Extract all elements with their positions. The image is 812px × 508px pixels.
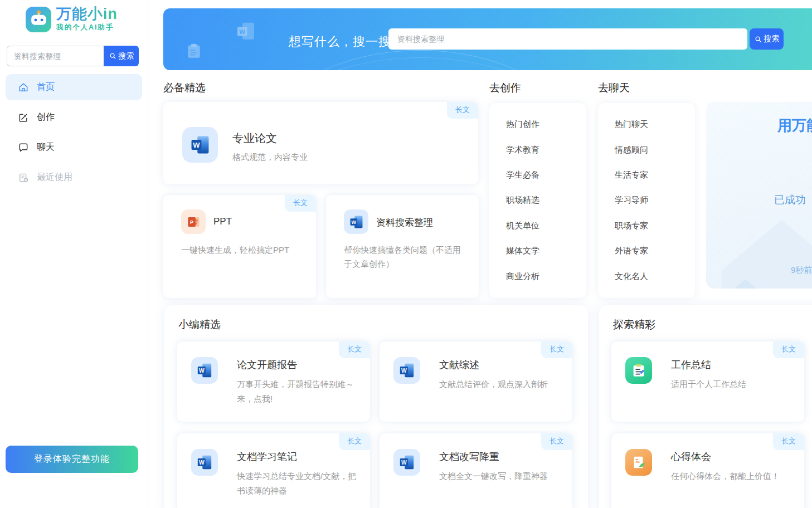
card-description: 万事开头难，开题报告特别难～来，点我! — [237, 377, 364, 406]
card-literature-review[interactable]: 长文 W 文献综述 文献总结评价，观点深入剖析 — [380, 341, 572, 422]
chat-icon — [18, 142, 29, 153]
chat-category-item[interactable]: 热门聊天 — [615, 119, 695, 130]
promo-shape-decoration — [722, 220, 812, 289]
create-category-item[interactable]: 职场精选 — [506, 195, 586, 206]
promo-headline: 用万能 — [777, 116, 812, 135]
ppt-icon: P — [181, 209, 206, 234]
login-button[interactable]: 登录体验完整功能 — [6, 446, 138, 473]
card-title: 论文开题报告 — [237, 358, 297, 372]
card-work-summary[interactable]: 长文 工作总结 适用于个人工作总结 — [611, 341, 804, 422]
card-research-lookup[interactable]: W 资料搜索整理 帮你快速搞懂各类问题（不适用于文章创作） — [326, 195, 479, 298]
chat-category-list: 热门聊天 情感顾问 生活专家 学习导师 职场专家 外语专家 文化名人 — [598, 103, 695, 298]
chat-category-item[interactable]: 情感顾问 — [615, 145, 695, 155]
search-icon — [109, 52, 117, 60]
essentials-heading: 必备精选 — [163, 81, 206, 95]
long-article-badge: 长文 — [447, 102, 478, 119]
go-create-heading: 去创作 — [489, 81, 521, 95]
card-title: PPT — [213, 216, 232, 227]
sidebar-search-button[interactable]: 搜索 — [104, 46, 139, 66]
card-professional-paper[interactable]: 长文 W 专业论文 格式规范，内容专业 — [163, 102, 478, 184]
banner-title: 想写什么，搜一搜 — [289, 33, 391, 50]
card-title: 专业论文 — [232, 131, 277, 146]
create-category-item[interactable]: 学生必备 — [506, 170, 586, 180]
scroll-leaf-icon — [625, 449, 652, 476]
editor-picks-heading: 小编精选 — [178, 318, 221, 332]
card-reflections[interactable]: 长文 心得体会 任何心得体会，都能上价值！ — [611, 433, 804, 508]
chat-category-item[interactable]: 生活专家 — [615, 170, 695, 180]
sidebar-item-chat[interactable]: 聊天 — [6, 134, 142, 160]
sidebar-item-label: 最近使用 — [37, 172, 72, 183]
card-ppt[interactable]: 长文 P PPT 一键快速生成，轻松搞定PPT — [163, 195, 316, 298]
svg-text:W: W — [401, 368, 407, 374]
sidebar-search-button-label: 搜索 — [119, 51, 134, 61]
card-title: 文档学习笔记 — [237, 450, 297, 463]
home-icon — [18, 82, 29, 93]
create-category-item[interactable]: 学术教育 — [506, 145, 586, 155]
brand-subtitle: 我的个人AI助手 — [56, 23, 118, 32]
sidebar-item-label: 首页 — [37, 81, 55, 93]
sidebar-item-label: 创作 — [37, 111, 55, 123]
svg-text:W: W — [199, 368, 205, 374]
card-description: 快速学习总结专业文档/文献，把书读薄的神器 — [237, 469, 364, 498]
chat-category-item[interactable]: 外语专家 — [615, 246, 695, 256]
long-article-badge: 长文 — [339, 341, 370, 358]
svg-text:W: W — [199, 460, 205, 466]
svg-text:W: W — [401, 460, 407, 466]
search-icon — [754, 35, 762, 43]
chat-category-item[interactable]: 职场专家 — [615, 221, 695, 231]
word-icon: W — [344, 209, 368, 234]
card-description: 任何心得体会，都能上价值！ — [671, 469, 798, 483]
banner-arc-decoration — [225, 57, 616, 70]
sidebar-item-recent[interactable]: 最近使用 — [6, 164, 142, 190]
chat-category-item[interactable]: 文化名人 — [615, 271, 695, 282]
svg-text:P: P — [190, 219, 193, 225]
card-description: 文献总结评价，观点深入剖析 — [439, 377, 566, 392]
card-title: 工作总结 — [671, 358, 711, 372]
sidebar-search: 搜索 — [7, 46, 139, 66]
editor-picks-panel: 小编精选 长文 W 论文开题报告 万事开头难，开题报告特别难～来，点我! 长文 … — [164, 305, 588, 508]
sidebar: 万能小in 我的个人AI助手 搜索 首页 — [0, 0, 148, 508]
card-title: 心得体会 — [671, 450, 711, 463]
robot-logo-icon — [26, 7, 51, 32]
long-article-badge: 长文 — [285, 195, 316, 212]
chat-category-item[interactable]: 学习导师 — [615, 195, 695, 206]
promo-timestamp: 9秒前 — [791, 265, 812, 276]
sidebar-nav: 首页 创作 聊天 最近使用 — [0, 74, 148, 194]
word-icon: W — [393, 357, 420, 384]
edit-icon — [18, 112, 29, 123]
card-title: 文献综述 — [439, 358, 479, 372]
card-description: 文档全文一键改写，降重神器 — [439, 469, 566, 483]
svg-text:W: W — [239, 28, 245, 35]
card-description: 一键快速生成，轻松搞定PPT — [181, 243, 302, 257]
create-category-item[interactable]: 商业分析 — [506, 271, 586, 282]
promo-card[interactable]: 用万能 已成功 9秒前 — [706, 102, 812, 289]
create-category-item[interactable]: 热门创作 — [506, 119, 586, 130]
app-logo: 万能小in 我的个人AI助手 — [26, 6, 118, 32]
sidebar-search-input[interactable] — [7, 46, 104, 66]
sidebar-item-home[interactable]: 首页 — [6, 74, 142, 100]
word-icon: W — [182, 127, 218, 163]
long-article-badge: 长文 — [773, 433, 804, 450]
banner-search-input[interactable] — [388, 28, 747, 50]
long-article-badge: 长文 — [773, 341, 804, 358]
create-category-list: 热门创作 学术教育 学生必备 职场精选 机关单位 媒体文学 商业分析 — [489, 103, 586, 298]
create-category-item[interactable]: 媒体文学 — [506, 246, 586, 256]
sidebar-item-create[interactable]: 创作 — [6, 104, 142, 130]
card-rewrite-dedup[interactable]: 长文 W 文档改写降重 文档全文一键改写，降重神器 — [380, 433, 572, 508]
create-category-item[interactable]: 机关单位 — [506, 221, 586, 231]
card-title: 文档改写降重 — [439, 450, 499, 463]
word-icon: W — [393, 449, 420, 476]
card-study-notes[interactable]: 长文 W 文档学习笔记 快速学习总结专业文档/文献，把书读薄的神器 — [177, 433, 370, 508]
long-article-badge: 长文 — [541, 433, 572, 450]
card-thesis-proposal[interactable]: 长文 W 论文开题报告 万事开头难，开题报告特别难～来，点我! — [177, 341, 370, 422]
card-description: 格式规范，内容专业 — [232, 152, 308, 163]
search-banner: W 想写什么，搜一搜 搜索 — [163, 8, 812, 70]
sidebar-item-label: 聊天 — [37, 141, 55, 153]
word-icon: W — [191, 449, 218, 476]
word-doc-decoration-icon: W — [235, 21, 257, 45]
banner-search-button[interactable]: 搜索 — [750, 28, 784, 50]
word-icon: W — [191, 357, 218, 384]
explore-panel: 探索精彩 长文 工作总结 适用于个人工作总结 长文 心得体会 任何心得体会，都能… — [599, 305, 812, 508]
brand-title: 万能小in — [56, 6, 118, 22]
clipboard-pen-icon — [625, 357, 652, 384]
